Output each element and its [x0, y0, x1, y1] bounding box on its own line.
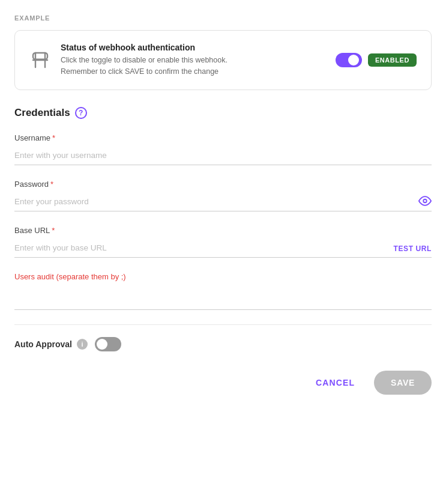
base-url-input[interactable] — [14, 240, 432, 258]
svg-point-0 — [423, 199, 427, 202]
username-input[interactable] — [14, 147, 432, 165]
password-group: Password * — [14, 180, 432, 211]
webhook-controls: ENABLED — [336, 53, 417, 67]
test-url-button[interactable]: TEST URL — [394, 244, 432, 253]
webhook-card: Status of webhook authentication Click t… — [14, 30, 432, 90]
webhook-description: Click the toggle to disable or enable th… — [61, 55, 326, 77]
username-label: Username * — [14, 133, 432, 142]
cancel-button[interactable]: CANCEL — [306, 372, 364, 393]
webhook-toggle[interactable] — [336, 53, 362, 67]
password-input[interactable] — [14, 193, 432, 211]
webhook-text: Status of webhook authentication Click t… — [61, 43, 326, 77]
auto-approval-row: Auto Approval i — [14, 337, 432, 351]
credentials-header: Credentials ? — [14, 107, 432, 119]
username-group: Username * — [14, 133, 432, 165]
users-audit-label: Users audit (separate them by ;) — [14, 272, 432, 281]
divider — [14, 324, 432, 325]
username-required: * — [52, 133, 55, 142]
users-audit-hint: (separate them by ;) — [56, 272, 125, 281]
enabled-badge: ENABLED — [368, 53, 417, 67]
example-label: EXAMPLE — [14, 14, 432, 22]
help-icon[interactable]: ? — [75, 107, 87, 119]
base-url-required: * — [52, 226, 55, 235]
base-url-label: Base URL * — [14, 226, 432, 235]
webhook-icon — [29, 49, 51, 71]
password-input-wrapper — [14, 193, 432, 211]
base-url-group: Base URL * TEST URL — [14, 226, 432, 258]
eye-icon[interactable] — [418, 194, 432, 210]
auto-approval-info-icon[interactable]: i — [77, 339, 88, 350]
users-audit-input[interactable] — [14, 286, 432, 310]
password-required: * — [50, 180, 53, 189]
auto-approval-label: Auto Approval — [14, 339, 72, 349]
save-button[interactable]: SAVE — [374, 371, 432, 395]
auto-approval-toggle[interactable] — [95, 337, 121, 351]
footer-buttons: CANCEL SAVE — [14, 371, 432, 395]
credentials-title: Credentials — [14, 107, 70, 119]
password-label: Password * — [14, 180, 432, 189]
webhook-title: Status of webhook authentication — [61, 43, 326, 52]
users-audit-group: Users audit (separate them by ;) — [14, 272, 432, 310]
base-url-input-wrapper: TEST URL — [14, 240, 432, 258]
